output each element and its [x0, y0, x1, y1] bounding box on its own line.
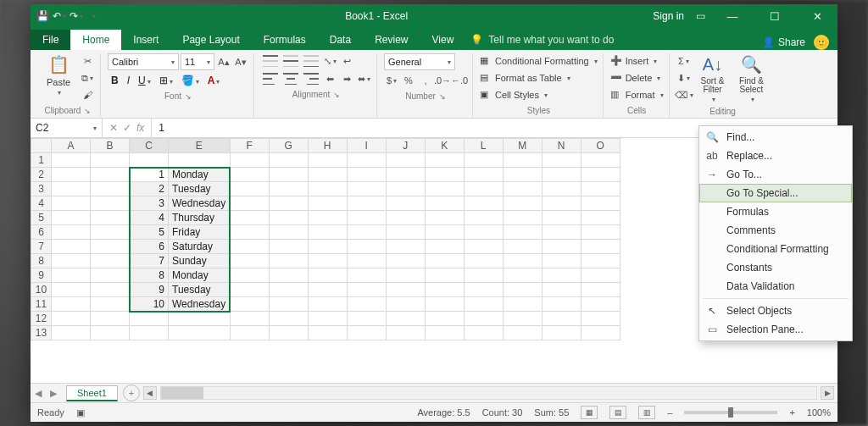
cell-J1[interactable] [386, 153, 425, 168]
cell-J13[interactable] [386, 326, 425, 340]
tab-data[interactable]: Data [318, 30, 363, 50]
cell-F7[interactable] [230, 240, 269, 254]
cell-O13[interactable] [581, 326, 620, 340]
sheet-tab[interactable]: Sheet1 [66, 385, 118, 401]
tab-view[interactable]: View [420, 30, 466, 50]
cell-G8[interactable] [269, 254, 308, 268]
cell-C3[interactable]: 2 [130, 182, 169, 196]
cell-F1[interactable] [230, 153, 269, 168]
sort-filter-button[interactable]: A↓ Sort & Filter▾ [695, 53, 731, 103]
conditional-formatting-button[interactable]: ▦Conditional Formatting▾ [480, 53, 598, 69]
increase-decimal-icon[interactable]: .0→ [435, 73, 450, 88]
col-header-C[interactable]: C [130, 139, 169, 153]
cell-A4[interactable] [52, 196, 91, 211]
cell-K7[interactable] [425, 240, 464, 254]
cell-G9[interactable] [269, 268, 308, 283]
cell-I1[interactable] [347, 153, 386, 168]
align-top-icon[interactable] [261, 53, 280, 69]
number-format-select[interactable]: General▾ [384, 53, 455, 70]
cell-C1[interactable] [130, 153, 169, 168]
cell-N7[interactable] [542, 240, 581, 254]
decrease-indent-icon[interactable]: ⬅ [322, 71, 337, 86]
cell-L9[interactable] [464, 268, 503, 283]
cell-B2[interactable] [91, 168, 130, 182]
save-icon[interactable]: 💾 [36, 9, 49, 23]
zoom-level[interactable]: 100% [807, 407, 831, 418]
zoom-out-button[interactable]: – [667, 407, 672, 418]
cell-K9[interactable] [425, 268, 464, 283]
cell-G7[interactable] [269, 240, 308, 254]
menu-item-formulas[interactable]: Formulas [699, 202, 852, 221]
border-button[interactable]: ⊞▾ [156, 73, 176, 88]
cell-H8[interactable] [308, 254, 347, 268]
row-header-8[interactable]: 8 [31, 254, 52, 268]
cell-B1[interactable] [91, 153, 130, 168]
cell-N5[interactable] [542, 211, 581, 225]
cell-N4[interactable] [542, 196, 581, 211]
view-page-break-icon[interactable]: ▥ [638, 406, 655, 419]
orientation-icon[interactable]: ⤡▾ [322, 53, 337, 69]
tab-formulas[interactable]: Formulas [252, 30, 318, 50]
undo-icon[interactable]: ↶▾ [53, 9, 66, 23]
cell-I9[interactable] [347, 268, 386, 283]
cell-M8[interactable] [503, 254, 542, 268]
autosum-icon[interactable]: Σ▾ [676, 53, 692, 69]
menu-item-data-validation[interactable]: Data Validation [699, 277, 852, 296]
align-middle-icon[interactable] [281, 53, 300, 69]
row-header-4[interactable]: 4 [31, 196, 52, 211]
cell-E6[interactable]: Friday [169, 225, 231, 240]
insert-cells-button[interactable]: ➕Insert▾ [610, 53, 658, 69]
cell-E13[interactable] [169, 326, 231, 340]
cell-B8[interactable] [91, 254, 130, 268]
cell-I5[interactable] [347, 211, 386, 225]
hscroll-thumb[interactable] [161, 387, 203, 399]
merge-center-icon[interactable]: ⬌▾ [356, 71, 371, 86]
cell-E5[interactable]: Thursday [169, 211, 231, 225]
cell-J8[interactable] [386, 254, 425, 268]
cell-J7[interactable] [386, 240, 425, 254]
menu-item-find[interactable]: 🔍Find... [699, 128, 852, 147]
cell-J4[interactable] [386, 196, 425, 211]
cell-E10[interactable]: Tuesday [169, 283, 231, 297]
feedback-icon[interactable]: 🙂 [814, 35, 829, 50]
cell-N12[interactable] [542, 312, 581, 326]
menu-item-go-to-special[interactable]: Go To Special... [699, 184, 852, 202]
cell-E12[interactable] [169, 312, 231, 326]
fx-icon[interactable]: fx [136, 122, 144, 134]
cell-A8[interactable] [52, 254, 91, 268]
cell-L10[interactable] [464, 283, 503, 297]
cell-M6[interactable] [503, 225, 542, 240]
cell-M9[interactable] [503, 268, 542, 283]
cell-G6[interactable] [269, 225, 308, 240]
cut-icon[interactable]: ✂ [80, 53, 95, 69]
cell-O12[interactable] [581, 312, 620, 326]
align-bottom-icon[interactable] [302, 53, 320, 69]
cell-C12[interactable] [130, 312, 169, 326]
cell-G4[interactable] [269, 196, 308, 211]
cell-H12[interactable] [308, 312, 347, 326]
cell-M2[interactable] [503, 168, 542, 182]
cell-L5[interactable] [464, 211, 503, 225]
menu-item-select-objects[interactable]: ↖Select Objects [699, 302, 852, 320]
sheet-nav-next-icon[interactable]: ▶ [46, 388, 61, 399]
cell-B11[interactable] [91, 297, 130, 312]
col-header-L[interactable]: L [464, 139, 503, 153]
cell-F10[interactable] [230, 283, 269, 297]
cell-A3[interactable] [52, 182, 91, 196]
cell-N10[interactable] [542, 283, 581, 297]
cell-C5[interactable]: 4 [130, 211, 169, 225]
cell-M11[interactable] [503, 297, 542, 312]
cell-C11[interactable]: 10 [130, 297, 169, 312]
cell-A13[interactable] [52, 326, 91, 340]
col-header-I[interactable]: I [347, 139, 386, 153]
maximize-button[interactable]: ☐ [760, 10, 790, 23]
cell-G12[interactable] [269, 312, 308, 326]
cell-C7[interactable]: 6 [130, 240, 169, 254]
cell-M1[interactable] [503, 153, 542, 168]
increase-indent-icon[interactable]: ➡ [339, 71, 354, 86]
increase-font-icon[interactable]: A▴ [216, 54, 231, 69]
cell-L1[interactable] [464, 153, 503, 168]
row-header-2[interactable]: 2 [31, 168, 52, 182]
col-header-F[interactable]: F [230, 139, 269, 153]
cell-O5[interactable] [581, 211, 620, 225]
